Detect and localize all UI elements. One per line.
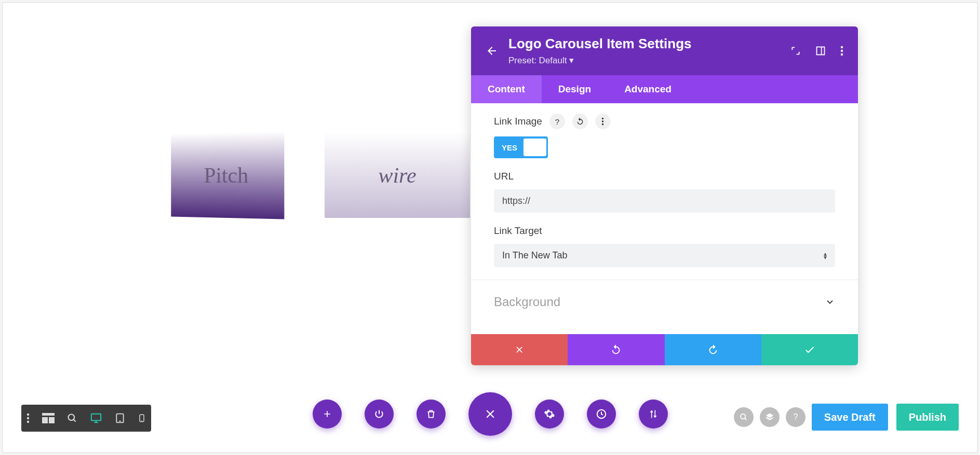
svg-point-10 (27, 421, 29, 423)
builder-right-actions: ? Save Draft Publish (734, 404, 959, 431)
svg-rect-12 (42, 417, 48, 423)
publish-button[interactable]: Publish (896, 404, 959, 431)
sort-button[interactable] (639, 399, 668, 429)
svg-point-24 (741, 414, 745, 419)
add-button[interactable] (313, 399, 342, 429)
field-link-target: Link Target In The New Tab ▴▾ (494, 225, 835, 267)
history-button[interactable] (587, 399, 616, 429)
chevron-down-icon (825, 297, 835, 307)
tab-content[interactable]: Content (471, 75, 542, 103)
modal-title-wrap: Logo Carousel Item Settings Preset: Defa… (508, 36, 780, 66)
modal-body: Link Image ? YES URL (471, 103, 858, 334)
phone-view-icon[interactable] (138, 412, 146, 424)
redo-button[interactable] (665, 334, 761, 365)
field-link-image: Link Image ? YES (494, 114, 835, 158)
logo-card-2[interactable]: wire (325, 132, 470, 218)
svg-point-7 (602, 123, 604, 126)
svg-point-14 (69, 415, 75, 421)
toggle-yes-label: YES (495, 143, 523, 152)
layers-button[interactable] (760, 407, 780, 427)
logo-text-1: Pitch (204, 162, 249, 188)
power-button[interactable] (365, 399, 394, 429)
svg-rect-16 (91, 414, 101, 421)
link-image-toggle[interactable]: YES (494, 136, 548, 158)
help-button[interactable]: ? (786, 407, 806, 427)
svg-point-8 (27, 413, 29, 416)
save-draft-button[interactable]: Save Draft (812, 404, 888, 431)
link-target-label: Link Target (494, 225, 542, 237)
svg-point-3 (841, 50, 843, 52)
svg-point-2 (841, 46, 843, 48)
toggle-knob (523, 139, 546, 156)
settings-modal: Logo Carousel Item Settings Preset: Defa… (471, 26, 858, 365)
svg-point-9 (27, 417, 29, 419)
builder-center-actions (313, 392, 668, 436)
field-url: URL (494, 171, 835, 213)
tab-design[interactable]: Design (542, 75, 608, 103)
trash-button[interactable] (417, 399, 446, 429)
svg-rect-11 (42, 413, 55, 416)
expand-icon[interactable] (790, 46, 801, 56)
toolbar-more-icon[interactable] (26, 412, 30, 424)
accordion-background-title: Background (494, 295, 560, 309)
snap-icon[interactable] (815, 46, 826, 56)
undo-button[interactable] (568, 334, 664, 365)
tablet-view-icon[interactable] (115, 412, 125, 424)
svg-point-5 (602, 118, 604, 120)
wireframe-icon[interactable] (42, 413, 55, 423)
svg-rect-0 (817, 47, 825, 55)
svg-line-25 (745, 418, 746, 420)
cancel-button[interactable] (471, 334, 568, 365)
svg-rect-13 (49, 417, 55, 423)
desktop-view-icon[interactable] (90, 412, 102, 424)
page-frame: Pitch wire Logo Carousel Item Settings P… (2, 2, 978, 453)
modal-title: Logo Carousel Item Settings (508, 36, 780, 52)
modal-footer (471, 334, 858, 365)
more-icon[interactable] (840, 46, 843, 56)
close-builder-button[interactable] (468, 392, 512, 436)
modal-header-icons (790, 46, 843, 56)
svg-point-4 (841, 53, 843, 56)
field-more-icon[interactable] (595, 114, 611, 129)
modal-header[interactable]: Logo Carousel Item Settings Preset: Defa… (471, 26, 858, 75)
confirm-button[interactable] (761, 334, 858, 365)
logo-text-2: wire (378, 163, 416, 188)
svg-point-6 (602, 120, 604, 122)
back-icon[interactable] (486, 45, 498, 57)
reset-icon[interactable] (572, 114, 588, 129)
tab-advanced[interactable]: Advanced (608, 75, 688, 103)
url-label: URL (494, 171, 514, 182)
modal-preset[interactable]: Preset: Default ▾ (508, 55, 780, 66)
logo-card-1[interactable]: Pitch (171, 131, 284, 219)
builder-toolbar-left (21, 405, 151, 432)
svg-line-15 (74, 420, 76, 422)
help-icon[interactable]: ? (549, 114, 565, 129)
settings-button[interactable] (535, 399, 564, 429)
search-button[interactable] (734, 407, 754, 427)
url-input[interactable] (494, 189, 835, 213)
modal-tabs: Content Design Advanced (471, 75, 858, 103)
accordion-background[interactable]: Background (471, 280, 858, 324)
zoom-icon[interactable] (67, 413, 77, 423)
link-target-select[interactable]: In The New Tab (494, 244, 835, 267)
logo-carousel-preview: Pitch wire (169, 132, 470, 218)
link-image-label: Link Image (494, 116, 542, 127)
